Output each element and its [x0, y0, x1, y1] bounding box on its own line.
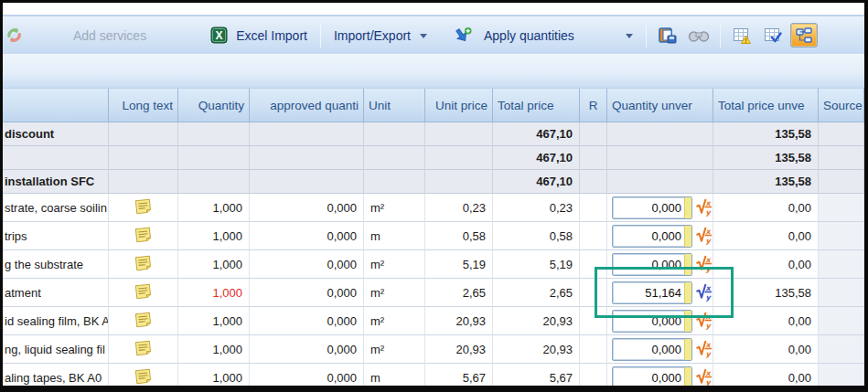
formula-sqrt-icon[interactable]: xy: [692, 196, 713, 219]
column-header-unit_price[interactable]: Unit price: [425, 89, 493, 122]
table-row[interactable]: aling tapes, BK A01,0000,000m5,675,67xy0…: [3, 364, 864, 392]
formula-sqrt-icon[interactable]: xy: [692, 281, 713, 304]
service-name: id sealing film, BK A: [3, 307, 109, 335]
input-yellow-stripe: [684, 311, 691, 332]
unit-price-value: 5,19: [425, 250, 493, 279]
column-header-name[interactable]: [3, 89, 109, 122]
source-cell: [819, 222, 864, 250]
total-price-unverified-value: 135,58: [713, 122, 819, 146]
unit-price-value: 5,67: [425, 364, 493, 392]
quantity-unverified-cell: [607, 146, 713, 170]
formula-sqrt-icon[interactable]: xy: [692, 366, 713, 389]
total-price-value: 467,10: [493, 170, 580, 194]
input-yellow-stripe: [684, 254, 691, 275]
svg-text:y: y: [705, 265, 712, 273]
service-name: g the substrate: [3, 250, 109, 279]
quantity-unverified-input[interactable]: [613, 254, 684, 275]
r-flag-cell: [580, 222, 607, 250]
quantity-unverified-input[interactable]: [613, 339, 684, 360]
table-row[interactable]: ng, liquid sealing fil1,0000,000m²20,932…: [3, 335, 864, 364]
title-strip: [3, 3, 864, 16]
long-text-cell: [109, 194, 178, 222]
unit-value: m: [364, 222, 425, 250]
quantity-unverified-input[interactable]: [613, 226, 684, 247]
total-price-unverified-value: 0,00: [713, 222, 819, 250]
quantity-unverified-cell: xy: [607, 335, 713, 364]
svg-text:!: !: [745, 37, 746, 43]
long-text-note-icon[interactable]: [134, 198, 152, 217]
quantity-unverified-input[interactable]: [613, 367, 684, 388]
long-text-note-icon[interactable]: [134, 340, 152, 358]
long-text-note-icon[interactable]: [134, 283, 152, 302]
column-header-total_price[interactable]: Total price: [493, 89, 580, 122]
import-export-button[interactable]: Import/Export: [327, 26, 434, 46]
table-row[interactable]: installation SFC467,10135,58: [3, 170, 864, 194]
table-row[interactable]: atment1,0000,000m²2,652,65xy135,58: [3, 279, 864, 307]
r-flag-cell: [580, 194, 607, 222]
quantity-value: 1,000: [178, 194, 250, 222]
unit-price-value: 2,65: [425, 279, 493, 307]
svg-text:x: x: [705, 255, 712, 263]
grid-check-icon[interactable]: [759, 23, 787, 48]
table-body: discount467,10135,58467,10135,58installa…: [3, 122, 864, 392]
add-services-button[interactable]: Add services: [70, 28, 150, 43]
long-text-cell: [109, 335, 178, 364]
unit-value: m²: [364, 335, 425, 364]
binoculars-icon[interactable]: [685, 23, 713, 48]
formula-sqrt-icon[interactable]: xy: [692, 253, 713, 276]
r-flag-cell: [580, 146, 607, 170]
long-text-note-icon[interactable]: [134, 368, 152, 387]
column-header-total_price_unver[interactable]: Total price unve: [713, 89, 819, 122]
total-price-unverified-value: 0,00: [713, 364, 819, 392]
refresh-icon[interactable]: [5, 26, 23, 44]
column-header-r[interactable]: R: [580, 89, 607, 122]
long-text-note-icon[interactable]: [134, 255, 152, 273]
column-header-long_text[interactable]: Long text: [109, 89, 178, 122]
table-row[interactable]: discount467,10135,58: [3, 122, 864, 146]
structure-view-icon[interactable]: [790, 23, 818, 48]
table-header-row: Long textQuantityapproved quantiUnitUnit…: [3, 89, 864, 122]
total-price-unverified-value: 135,58: [713, 279, 819, 307]
table-row[interactable]: g the substrate1,0000,000m²5,195,19xy0,0…: [3, 250, 864, 279]
column-header-quantity[interactable]: Quantity: [178, 89, 250, 122]
quantity-unverified-input[interactable]: [613, 197, 684, 218]
column-header-quantity_unver[interactable]: Quantity unver: [607, 89, 713, 122]
svg-text:x: x: [705, 227, 712, 235]
quantity-unverified-input[interactable]: [613, 282, 684, 303]
svg-text:y: y: [705, 237, 712, 245]
r-flag-cell: [580, 364, 607, 392]
quantity-unverified-cell: xy: [607, 279, 713, 307]
quantity-value: 1,000: [178, 222, 250, 250]
app-window: Add services X Excel Import Import/Expor…: [0, 0, 868, 392]
table-row[interactable]: id sealing film, BK A1,0000,000m²20,9320…: [3, 307, 864, 335]
quantity-unverified-input[interactable]: [613, 311, 684, 332]
approved-quantity-value: 0,000: [250, 194, 364, 222]
service-name: atment: [3, 279, 109, 307]
r-flag-cell: [580, 335, 607, 364]
unit-price-value: 0,23: [425, 194, 493, 222]
total-price-value: 2,65: [493, 279, 580, 307]
excel-import-button[interactable]: Excel Import: [232, 28, 311, 43]
grid-warning-icon[interactable]: !: [728, 23, 755, 48]
column-header-approved_quantity[interactable]: approved quanti: [250, 89, 364, 122]
formula-sqrt-icon[interactable]: xy: [692, 310, 713, 333]
long-text-note-icon[interactable]: [134, 227, 152, 245]
unit-price-value: [425, 170, 493, 194]
table-row[interactable]: strate, coarse soilin1,0000,000m²0,230,2…: [3, 194, 864, 222]
column-header-source[interactable]: Source: [819, 89, 864, 122]
formula-sqrt-icon[interactable]: xy: [692, 225, 713, 248]
table-row[interactable]: trips1,0000,000m0,580,58xy0,00: [3, 222, 864, 250]
total-price-value: 0,58: [493, 222, 580, 250]
source-cell: [819, 307, 864, 335]
long-text-cell: [109, 307, 178, 335]
apply-quantities-button[interactable]: Apply quantities: [477, 26, 640, 46]
long-text-cell: [109, 250, 178, 279]
report-save-icon[interactable]: [654, 23, 681, 48]
long-text-note-icon[interactable]: [134, 312, 152, 330]
quantity-unverified-cell: xy: [607, 222, 713, 250]
unit-value: m: [364, 364, 425, 392]
table-row[interactable]: 467,10135,58: [3, 146, 864, 170]
formula-sqrt-icon[interactable]: xy: [692, 338, 713, 361]
column-header-unit[interactable]: Unit: [364, 89, 425, 122]
r-flag-cell: [580, 170, 607, 194]
